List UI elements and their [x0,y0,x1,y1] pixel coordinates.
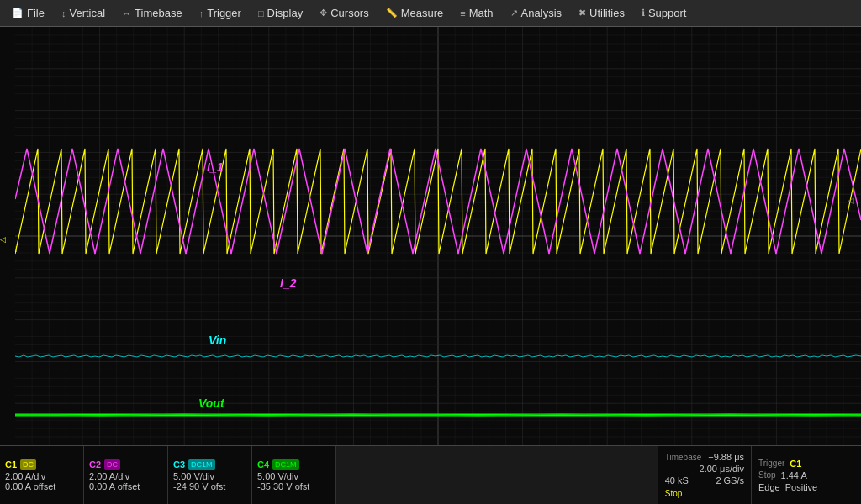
i2-label-svg: I_2 [280,276,297,290]
trigger-polarity: Positive [785,482,818,492]
trigger-type-label: Stop [758,470,776,480]
menu-support[interactable]: ℹ Support [633,3,695,23]
menu-analysis[interactable]: ↗ Analysis [502,3,570,23]
c3-status: C3 DC1M 5.00 V/div -24.90 V ofst [168,446,252,504]
menu-file[interactable]: 📄 File [3,3,53,23]
vin-label-svg: Vin [209,333,226,347]
utilities-icon: ✖ [578,8,586,18]
grid-svg: I_1 I_2 Vin Vout ⊢ ◁ [15,27,861,445]
c4-div: 5.00 V/div [257,471,330,481]
c4-offset: -35.30 V ofst [257,481,330,491]
c2-label: C2 [89,459,101,470]
trigger-icon: ↑ [199,8,204,18]
menu-display[interactable]: □ Display [250,3,311,23]
trigger-marker-left: ◁ [0,235,6,244]
c1-offset: 0.00 A offset [5,481,78,491]
timebase-icon: ↔ [122,8,131,18]
timebase-label: Timebase [665,453,702,462]
menu-utilities[interactable]: ✖ Utilities [570,3,633,23]
file-icon: 📄 [12,8,24,18]
trigger-info: Trigger C1 Stop 1.44 A Edge Positive [752,446,861,504]
trigger-type: Edge [758,482,780,492]
c1-div: 2.00 A/div [5,471,78,481]
timebase-delay: −9.88 μs [708,452,744,462]
c3-badge: DC1M [188,459,215,470]
timebase-info: Timebase −9.88 μs 2.00 μs/div 40 kS 2 GS… [658,446,752,504]
c1-badge: DC [20,459,36,470]
trigger-channel: C1 [790,459,801,469]
c3-label: C3 [173,459,185,470]
c2-badge: DC [104,459,120,470]
cursors-icon: ✥ [320,8,327,18]
c3-div: 5.00 V/div [173,471,246,481]
trigger-level: 1.44 A [781,470,807,480]
vout-label-svg: Vout [198,396,225,410]
timebase-stop: Stop [665,489,683,498]
menu-vertical[interactable]: ↕ Vertical [53,3,114,23]
c2-offset: 0.00 A offset [89,481,162,491]
status-bar: C1 DC 2.00 A/div 0.00 A offset C2 DC 2.0… [0,445,861,504]
menubar: 📄 File ↕ Vertical ↔ Timebase ↑ Trigger □… [0,0,861,27]
waveform-area: I_1 I_2 Vin Vout ⊢ ◁ [15,27,861,445]
support-icon: ℹ [642,8,645,18]
timebase-per-div: 2.00 μs/div [700,464,744,474]
c1-ground-marker: ⊢ [15,244,23,254]
menu-cursors[interactable]: ✥ Cursors [311,3,378,23]
c1-label: C1 [5,459,17,470]
display-icon: □ [258,8,264,18]
trigger-label-text: Trigger [758,459,784,468]
c2-div: 2.00 A/div [89,471,162,481]
c2-status: C2 DC 2.00 A/div 0.00 A offset [84,446,168,504]
menu-trigger[interactable]: ↑ Trigger [191,3,250,23]
c3-offset: -24.90 V ofst [173,481,246,491]
timebase-samples: 40 kS [665,475,689,486]
analysis-icon: ↗ [510,8,518,18]
c4-badge: DC1M [272,459,299,470]
c2-right-marker: ◁ [848,196,854,205]
c4-status: C4 DC1M 5.00 V/div -35.30 V ofst [252,446,336,504]
i1-label-svg: I_1 [207,160,224,174]
c1-status: C1 DC 2.00 A/div 0.00 A offset [0,446,84,504]
math-icon: ≡ [460,8,465,18]
scope-display: ◁ [0,27,861,445]
c4-label: C4 [257,459,269,470]
menu-measure[interactable]: 📏 Measure [378,3,452,23]
vertical-icon: ↕ [61,8,66,18]
timebase-sample-rate: 2 GS/s [716,475,744,486]
menu-timebase[interactable]: ↔ Timebase [114,3,191,23]
y-axis: ◁ [0,27,15,445]
menu-math[interactable]: ≡ Math [452,3,501,23]
measure-icon: 📏 [386,8,398,18]
